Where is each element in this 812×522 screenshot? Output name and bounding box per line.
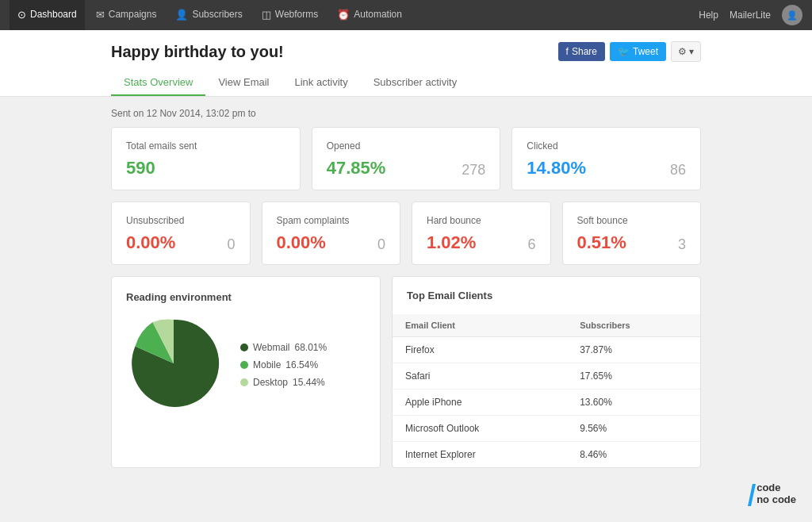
legend-desktop-dot: [240, 378, 248, 386]
stat-soft-count: 3: [678, 236, 686, 253]
brand-label: MailerLite: [730, 10, 771, 21]
stat-unsub-value: 0.00%: [126, 232, 175, 253]
legend-webmail-pct: 68.01%: [294, 342, 327, 353]
stat-clicked-label: Clicked: [527, 140, 686, 152]
share-facebook-button[interactable]: f Share: [558, 42, 605, 61]
stat-spam-value: 0.00%: [277, 232, 326, 253]
stat-soft-label: Soft bounce: [577, 215, 687, 226]
stat-spam-count: 0: [377, 236, 385, 253]
stat-hard-value-row: 1.02% 6: [427, 232, 536, 253]
client-pct: 37.87%: [567, 337, 700, 363]
stat-hard-value: 1.02%: [427, 232, 476, 253]
legend-mobile: Mobile 16.54%: [240, 359, 327, 370]
nav-items: ⊙ Dashboard ✉ Campaigns 👤 Subscribers ◫ …: [10, 0, 699, 30]
stat-clicked-value-row: 14.80% 86: [527, 158, 686, 178]
tab-subscriber-activity[interactable]: Subscriber activity: [361, 70, 469, 96]
nav-webforms[interactable]: ◫ Webforms: [254, 0, 326, 30]
stat-hard-count: 6: [527, 236, 535, 253]
page-title: Happy birthday to you!: [111, 43, 284, 61]
help-link[interactable]: Help: [699, 10, 718, 21]
content-area: Happy birthday to you! f Share 🐦 Tweet ⚙…: [0, 30, 812, 522]
client-name: Microsoft Outlook: [393, 416, 567, 442]
facebook-icon: f: [566, 46, 569, 57]
stat-soft-value-row: 0.51% 3: [577, 232, 687, 253]
nav-dashboard[interactable]: ⊙ Dashboard: [10, 0, 85, 30]
nav-dashboard-label: Dashboard: [30, 9, 77, 20]
client-name: Internet Explorer: [393, 442, 567, 468]
stat-clicked-value: 14.80%: [527, 158, 586, 178]
watermark: code no code: [750, 482, 796, 506]
pie-chart: [126, 316, 221, 413]
table-row: Internet Explorer8.46%: [393, 442, 700, 468]
stats-section: Total emails sent 590 Opened 47.85% 278 …: [0, 127, 812, 468]
dashboard-icon: ⊙: [17, 9, 26, 21]
pie-section: Webmail 68.01% Mobile 16.54% Desktop 15.…: [126, 316, 366, 413]
top-clients-card: Top Email Clients Email Client Subscribe…: [392, 276, 701, 468]
twitter-icon: 🐦: [618, 46, 630, 57]
page-header-top: Happy birthday to you! f Share 🐦 Tweet ⚙…: [111, 41, 701, 62]
bottom-row: Reading environment: [111, 276, 701, 468]
stat-opened-value-row: 47.85% 278: [327, 158, 486, 178]
sent-info: Sent on 12 Nov 2014, 13:02 pm to: [0, 97, 812, 127]
settings-button[interactable]: ⚙ ▾: [671, 41, 701, 62]
watermark-line2: no code: [756, 493, 796, 506]
client-pct: 13.60%: [567, 390, 700, 416]
legend-mobile-dot: [240, 361, 248, 369]
reading-env-title: Reading environment: [126, 291, 366, 303]
nav-automation[interactable]: ⏰ Automation: [329, 0, 410, 30]
stat-spam-label: Spam complaints: [277, 215, 386, 226]
gear-icon: ⚙: [678, 46, 687, 57]
tab-stats-overview[interactable]: Stats Overview: [111, 70, 205, 96]
watermark-text: code no code: [756, 482, 796, 506]
tab-view-email[interactable]: View Email: [205, 70, 282, 96]
client-pct: 17.65%: [567, 363, 700, 390]
stat-unsub-value-row: 0.00% 0: [126, 232, 236, 253]
nav-automation-label: Automation: [354, 9, 402, 20]
stat-hard-bounce: Hard bounce 1.02% 6: [412, 202, 551, 265]
client-pct: 8.46%: [567, 442, 700, 468]
stat-hard-label: Hard bounce: [427, 215, 536, 226]
table-row: Safari17.65%: [393, 363, 700, 390]
stat-clicked-count: 86: [670, 162, 686, 178]
stat-opened: Opened 47.85% 278: [312, 127, 501, 190]
nav-subscribers-label: Subscribers: [192, 9, 242, 20]
nav-subscribers[interactable]: 👤 Subscribers: [167, 0, 250, 30]
tab-link-activity[interactable]: Link activity: [282, 70, 360, 96]
share-tw-label: Tweet: [633, 46, 658, 57]
legend-mobile-pct: 16.54%: [285, 359, 318, 370]
legend-webmail-dot: [240, 344, 248, 351]
legend-webmail-label: Webmail: [253, 342, 289, 353]
share-twitter-button[interactable]: 🐦 Tweet: [610, 42, 666, 61]
legend-desktop: Desktop 15.44%: [240, 377, 327, 388]
legend-desktop-label: Desktop: [253, 377, 288, 388]
chart-legend: Webmail 68.01% Mobile 16.54% Desktop 15.…: [240, 342, 327, 388]
stat-total-value-row: 590: [126, 158, 285, 178]
stat-opened-count: 278: [462, 162, 485, 178]
stat-total-emails: Total emails sent 590: [111, 127, 301, 190]
legend-webmail: Webmail 68.01%: [240, 342, 327, 353]
stat-soft-value: 0.51%: [577, 232, 626, 253]
page-header: Happy birthday to you! f Share 🐦 Tweet ⚙…: [0, 30, 812, 97]
stat-clicked: Clicked 14.80% 86: [511, 127, 701, 190]
campaigns-icon: ✉: [96, 9, 105, 21]
nav-right: Help MailerLite 👤: [699, 5, 802, 25]
table-row: Microsoft Outlook9.56%: [393, 416, 700, 442]
avatar[interactable]: 👤: [782, 5, 802, 25]
subscribers-icon: 👤: [175, 9, 188, 21]
email-clients-tbody: Firefox37.87%Safari17.65%Apple iPhone13.…: [393, 337, 700, 468]
stats-row-1: Total emails sent 590 Opened 47.85% 278 …: [111, 127, 701, 190]
header-actions: f Share 🐦 Tweet ⚙ ▾: [558, 41, 701, 62]
sent-info-text: Sent on 12 Nov 2014, 13:02 pm to: [111, 108, 256, 119]
table-row: Apple iPhone13.60%: [393, 390, 700, 416]
top-clients-title: Top Email Clients: [393, 277, 700, 301]
client-name: Firefox: [393, 337, 567, 363]
stats-row-2: Unsubscribed 0.00% 0 Spam complaints 0.0…: [111, 202, 701, 265]
table-header-row: Email Client Subscribers: [393, 314, 700, 337]
nav-campaigns[interactable]: ✉ Campaigns: [88, 0, 165, 30]
legend-mobile-label: Mobile: [253, 359, 281, 370]
stat-opened-label: Opened: [327, 140, 486, 152]
stat-unsub-label: Unsubscribed: [126, 215, 236, 226]
reading-env-card: Reading environment: [111, 276, 381, 468]
legend-desktop-pct: 15.44%: [293, 377, 325, 388]
client-name: Safari: [393, 363, 567, 390]
